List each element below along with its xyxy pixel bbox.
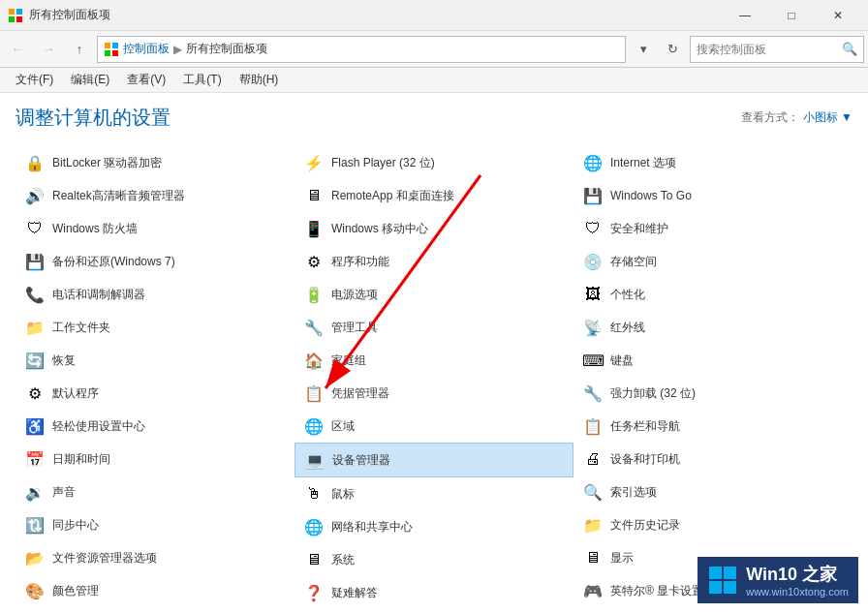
item-icon: 🛡: [23, 217, 46, 240]
list-item[interactable]: 🔊Realtek高清晰音频管理器: [16, 179, 294, 212]
svg-rect-11: [709, 581, 722, 594]
list-item[interactable]: 📅日期和时间: [16, 443, 294, 475]
item-label: BitLocker 驱动器加密: [52, 155, 162, 171]
forward-button[interactable]: →: [35, 36, 62, 63]
dropdown-button[interactable]: ▾: [630, 36, 657, 63]
list-item[interactable]: 🖥RemoteApp 和桌面连接: [294, 179, 574, 212]
list-item[interactable]: 🔍索引选项: [574, 475, 852, 508]
list-item[interactable]: 💿存储空间: [574, 245, 852, 278]
item-icon: 📞: [23, 283, 46, 306]
item-label: 设备和打印机: [610, 451, 680, 468]
minimize-button[interactable]: —: [723, 0, 767, 31]
item-label: 凭据管理器: [331, 385, 389, 402]
item-label: 强力卸载 (32 位): [610, 385, 696, 402]
list-item[interactable]: 📋任务栏和导航: [574, 410, 852, 443]
list-item[interactable]: 🌐网络和共享中心: [294, 510, 574, 543]
list-item[interactable]: 🖱鼠标: [294, 477, 574, 510]
item-label: 家庭组: [331, 352, 366, 369]
items-grid: 🔒BitLocker 驱动器加密🔊Realtek高清晰音频管理器🛡Windows…: [16, 146, 852, 613]
column-2: ⚡Flash Player (32 位)🖥RemoteApp 和桌面连接📱Win…: [294, 146, 574, 613]
item-label: 程序和功能: [331, 254, 389, 270]
list-item[interactable]: 🔋电源选项: [294, 278, 574, 311]
menu-view[interactable]: 查看(V): [119, 70, 173, 90]
list-item[interactable]: ⚙默认程序: [16, 377, 294, 410]
up-button[interactable]: ↑: [66, 36, 93, 63]
item-icon: 🔄: [23, 349, 46, 372]
list-item[interactable]: ⚙程序和功能: [294, 245, 574, 278]
item-label: Realtek高清晰音频管理器: [52, 188, 185, 204]
breadcrumb-bar: 控制面板 ▶ 所有控制面板项: [97, 36, 626, 63]
refresh-button[interactable]: ↻: [659, 36, 686, 63]
list-item[interactable]: 🛡Windows 防火墙: [16, 212, 294, 245]
menu-tools[interactable]: 工具(T): [175, 70, 229, 90]
list-item[interactable]: 📂文件资源管理器选项: [16, 541, 294, 574]
maximize-button[interactable]: □: [769, 0, 814, 31]
column-1: 🔒BitLocker 驱动器加密🔊Realtek高清晰音频管理器🛡Windows…: [16, 146, 294, 613]
list-item[interactable]: 🌐区域: [294, 410, 574, 443]
list-item[interactable]: 🎙语音识别: [574, 607, 852, 613]
list-item[interactable]: ❓疑难解答: [294, 576, 574, 609]
list-item[interactable]: 📁工作文件夹: [16, 311, 294, 344]
list-item[interactable]: 💾备份和还原(Windows 7): [16, 245, 294, 278]
list-item[interactable]: 🎨颜色管理: [16, 574, 294, 607]
item-icon: 📋: [302, 382, 326, 405]
list-item[interactable]: 🔄恢复: [16, 344, 294, 377]
menu-help[interactable]: 帮助(H): [232, 70, 287, 90]
item-icon: 🏠: [302, 349, 326, 372]
list-item[interactable]: 🛡安全和维护: [574, 212, 852, 245]
list-item[interactable]: 🖼个性化: [574, 278, 852, 311]
list-item[interactable]: 👤用户帐户: [16, 607, 294, 613]
main-content: 调整计算机的设置 查看方式： 小图标 ▼ 🔒BitLocker 驱动器加密🔊Re…: [0, 93, 868, 613]
list-item[interactable]: 🔧强力卸载 (32 位): [574, 377, 852, 410]
list-item[interactable]: 📋凭据管理器: [294, 377, 574, 410]
menu-file[interactable]: 文件(F): [8, 70, 61, 90]
list-item[interactable]: 💾Windows To Go: [574, 179, 852, 212]
close-button[interactable]: ✕: [816, 0, 860, 31]
back-button[interactable]: ←: [4, 36, 31, 63]
breadcrumb-current: 所有控制面板项: [186, 41, 267, 57]
search-icon: 🔍: [842, 42, 857, 56]
item-label: 声音: [52, 484, 76, 501]
list-item[interactable]: 🖨设备和打印机: [574, 443, 852, 475]
window-title: 所有控制面板项: [29, 7, 723, 23]
list-item[interactable]: 📁文件历史记录: [574, 508, 852, 541]
search-input[interactable]: [697, 43, 842, 56]
list-item[interactable]: 🔒BitLocker 驱动器加密: [16, 146, 294, 179]
list-item[interactable]: 🌏语言: [294, 609, 574, 613]
list-item[interactable]: 🔉声音: [16, 475, 294, 508]
list-item[interactable]: ⚡Flash Player (32 位): [294, 146, 574, 179]
svg-rect-3: [16, 16, 22, 22]
item-label: 颜色管理: [52, 583, 99, 599]
list-item[interactable]: 🖥系统: [294, 543, 574, 576]
breadcrumb-home[interactable]: 控制面板: [123, 41, 170, 57]
item-icon: 🖨: [581, 447, 604, 471]
view-value-button[interactable]: 小图标 ▼: [803, 109, 852, 126]
list-item[interactable]: 🔃同步中心: [16, 508, 294, 541]
item-label: 红外线: [610, 320, 645, 336]
item-icon: 📡: [581, 316, 604, 339]
list-item[interactable]: 💻设备管理器: [294, 443, 574, 477]
menu-edit[interactable]: 编辑(E): [63, 70, 117, 90]
item-icon: 💾: [581, 184, 604, 207]
list-item[interactable]: ⌨键盘: [574, 344, 852, 377]
item-icon: 📁: [23, 316, 46, 339]
list-item[interactable]: 📱Windows 移动中心: [294, 212, 574, 245]
item-label: 英特尔® 显卡设置: [610, 583, 703, 599]
item-label: 索引选项: [610, 484, 657, 501]
list-item[interactable]: ♿轻松使用设置中心: [16, 410, 294, 443]
list-item[interactable]: 📡红外线: [574, 311, 852, 344]
breadcrumb-separator: ▶: [173, 43, 182, 56]
svg-rect-7: [112, 50, 118, 56]
list-item[interactable]: 📞电话和调制解调器: [16, 278, 294, 311]
list-item[interactable]: 🔧管理工具: [294, 311, 574, 344]
list-item[interactable]: 🌐Internet 选项: [574, 146, 852, 179]
svg-rect-4: [105, 43, 110, 48]
item-icon: 🔒: [23, 151, 46, 174]
item-label: Internet 选项: [610, 155, 676, 171]
item-icon: ⚙: [302, 250, 326, 273]
item-label: 电源选项: [331, 287, 378, 303]
list-item[interactable]: 🏠家庭组: [294, 344, 574, 377]
address-bar: ← → ↑ 控制面板 ▶ 所有控制面板项 ▾ ↻ 🔍: [0, 31, 868, 68]
item-icon: ⌨: [581, 349, 604, 372]
svg-rect-1: [16, 9, 22, 15]
